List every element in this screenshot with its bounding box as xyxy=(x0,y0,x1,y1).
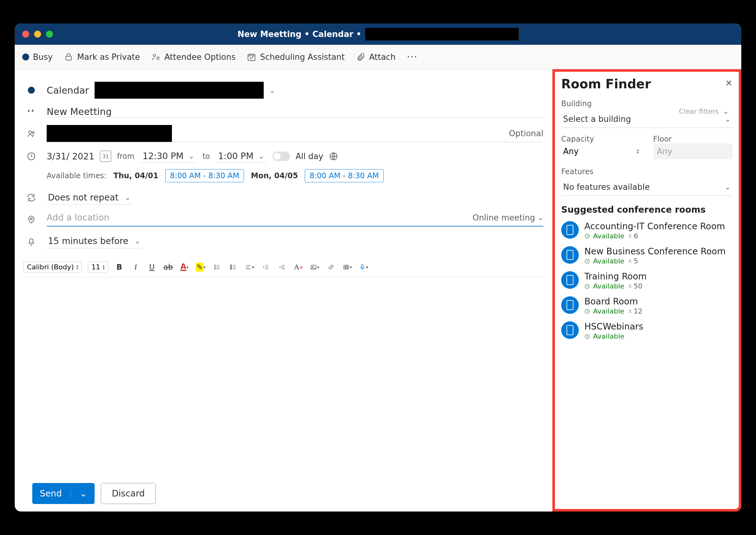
highlight-button[interactable]: ✎▾ xyxy=(196,262,206,272)
toolbar: Busy Mark as Private Attendee Options Sc… xyxy=(15,45,741,69)
online-meeting-toggle[interactable]: Online meeting ⌄ xyxy=(473,213,543,222)
room-status: Available xyxy=(593,282,625,290)
numbered-list-button[interactable]: 123 xyxy=(228,262,238,272)
strikethrough-button[interactable]: ab xyxy=(163,262,173,272)
lock-icon xyxy=(64,52,73,62)
editor-toolbar: Calibri (Body) ▴▾ 11 ▴▾ B I U ab A▾ ✎▾ xyxy=(23,257,543,277)
align-button[interactable]: ▾ xyxy=(244,262,255,272)
clock-icon xyxy=(584,233,590,239)
chevron-down-icon: ⌄ xyxy=(188,152,194,160)
svg-point-1 xyxy=(153,54,155,57)
italic-button[interactable]: I xyxy=(130,262,141,272)
status-selector[interactable]: Busy xyxy=(22,52,53,62)
floor-label: Floor xyxy=(653,135,733,143)
optional-attendees-button[interactable]: Optional xyxy=(509,129,543,138)
svg-point-22 xyxy=(630,260,631,261)
room-name: HSCWebinars xyxy=(584,322,643,332)
room-status: Available xyxy=(593,332,625,340)
chevron-down-icon: ⌄ xyxy=(135,237,140,245)
dictate-button[interactable]: ▾ xyxy=(359,262,369,272)
from-label: from xyxy=(117,152,134,161)
close-window-button[interactable] xyxy=(22,31,29,38)
room-icon xyxy=(561,322,579,339)
room-name: Board Room xyxy=(584,296,643,307)
font-family-select[interactable]: Calibri (Body) ▴▾ xyxy=(23,262,82,272)
repeat-select[interactable]: Does not repeat ⌄ xyxy=(47,190,132,205)
floor-input[interactable]: Any xyxy=(653,143,733,159)
stepper-icon: ▴▾ xyxy=(637,149,638,154)
maximize-window-button[interactable] xyxy=(46,31,53,38)
capacity-input[interactable]: Any ▴▾ xyxy=(561,143,641,159)
attendee-redacted[interactable] xyxy=(47,125,172,142)
svg-point-16 xyxy=(312,266,313,267)
from-time-select[interactable]: 12:30 PM ⌄ xyxy=(140,150,197,163)
bold-button[interactable]: B xyxy=(114,262,124,272)
calendar-label: Calendar xyxy=(47,85,89,96)
clear-format-button[interactable]: A⊘ xyxy=(294,262,303,272)
svg-point-11 xyxy=(214,268,215,269)
date-picker-button[interactable]: 31 xyxy=(100,151,111,162)
room-item[interactable]: New Business Conference Room Available 5 xyxy=(561,246,733,265)
person-icon xyxy=(628,309,632,314)
room-capacity: 6 xyxy=(628,232,638,240)
outdent-button[interactable] xyxy=(261,262,271,272)
chevron-down-icon[interactable]: ⌄ xyxy=(723,107,729,115)
svg-rect-17 xyxy=(344,265,349,269)
attendees-row: Optional xyxy=(23,121,543,146)
svg-point-8 xyxy=(30,218,32,220)
bullet-list-button[interactable] xyxy=(212,262,222,272)
globe-icon[interactable] xyxy=(329,152,338,161)
calendar-row: Calendar ⌄ xyxy=(23,78,543,102)
chevron-down-icon[interactable]: ⌄ xyxy=(269,86,275,94)
room-name: Training Room xyxy=(584,271,647,282)
table-button[interactable]: ▾ xyxy=(342,262,352,272)
status-dot-icon xyxy=(22,54,29,61)
room-capacity: 5 xyxy=(628,257,638,265)
send-label: Send xyxy=(40,488,62,499)
available-times-row: Available times: Thu, 04/01 8:00 AM - 8:… xyxy=(23,169,543,182)
allday-toggle[interactable] xyxy=(272,152,290,161)
app-window: New Meetting • Calendar • Busy Mark as P… xyxy=(15,23,741,512)
mark-private-label: Mark as Private xyxy=(77,52,140,62)
svg-point-10 xyxy=(214,267,215,268)
svg-point-24 xyxy=(630,285,631,286)
reminder-select[interactable]: 15 minutes before ⌄ xyxy=(47,234,142,248)
discard-button[interactable]: Discard xyxy=(101,483,155,504)
window-title-text: New Meetting • Calendar • xyxy=(238,29,361,39)
clear-filters-button[interactable]: Clear filters xyxy=(679,107,719,115)
svg-point-20 xyxy=(630,235,631,236)
font-color-button[interactable]: A▾ xyxy=(180,262,189,272)
room-capacity: 12 xyxy=(628,307,643,315)
person-icon xyxy=(628,284,632,289)
attendee-options-button[interactable]: Attendee Options xyxy=(151,52,236,62)
features-select[interactable]: No features available ⌄ xyxy=(561,179,733,196)
send-button[interactable]: Send ⌄ xyxy=(32,483,95,504)
mark-private-button[interactable]: Mark as Private xyxy=(64,52,140,62)
room-item[interactable]: Training Room Available 50 xyxy=(561,271,733,290)
to-time-select[interactable]: 1:00 PM ⌄ xyxy=(216,150,267,163)
close-panel-button[interactable]: ✕ xyxy=(725,78,733,88)
person-icon xyxy=(628,234,632,239)
underline-button[interactable]: U xyxy=(147,262,157,272)
form-rows: Calendar ⌄ xyxy=(23,78,543,475)
from-time-value: 12:30 PM xyxy=(143,151,183,161)
date-value[interactable]: 3/31/ 2021 xyxy=(47,151,94,162)
indent-button[interactable] xyxy=(277,262,287,272)
location-input[interactable]: Add a location xyxy=(47,212,109,223)
available-slot-1[interactable]: 8:00 AM - 8:30 AM xyxy=(165,169,244,182)
minimize-window-button[interactable] xyxy=(34,31,41,38)
font-size-select[interactable]: 11 ▴▾ xyxy=(88,262,108,272)
room-item[interactable]: Board Room Available 12 xyxy=(561,296,733,315)
link-button[interactable] xyxy=(326,262,336,272)
room-item[interactable]: Accounting-IT Conference Room Available … xyxy=(561,221,733,240)
features-value: No features available xyxy=(563,182,650,192)
insert-image-button[interactable]: ▾ xyxy=(310,262,320,272)
room-item[interactable]: HSCWebinars Available xyxy=(561,322,733,340)
available-slot-2[interactable]: 8:00 AM - 8:30 AM xyxy=(305,169,383,182)
meeting-title-input[interactable] xyxy=(47,106,543,117)
scheduling-assistant-button[interactable]: Scheduling Assistant xyxy=(247,52,345,62)
indent-icon xyxy=(279,264,286,271)
more-options-button[interactable]: ··· xyxy=(407,51,418,62)
attach-button[interactable]: Attach xyxy=(356,52,396,62)
repeat-icon xyxy=(27,193,36,202)
